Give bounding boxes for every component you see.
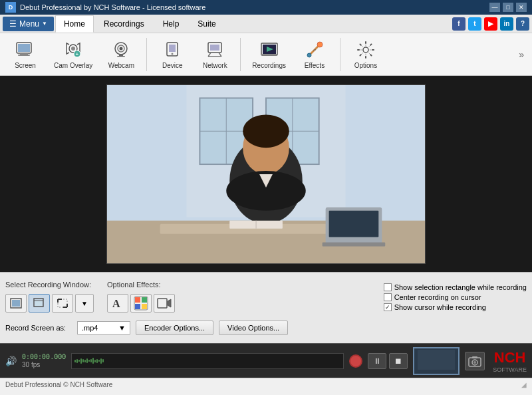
video-effect-button[interactable] xyxy=(154,294,175,313)
svg-rect-15 xyxy=(169,45,176,52)
svg-rect-63 xyxy=(418,350,455,370)
title-bar: D Debut Professional by NCH Software - L… xyxy=(0,0,532,15)
toolbar-cam-overlay[interactable]: + Cam Overlay xyxy=(48,36,98,72)
effects-label-ctrl: Optional Effects: xyxy=(107,281,175,289)
volume-icon[interactable]: 🔊 xyxy=(5,356,17,366)
svg-point-27 xyxy=(363,47,368,53)
svg-point-10 xyxy=(120,47,123,51)
status-text: Debut Professional © NCH Software xyxy=(5,381,112,388)
svg-point-40 xyxy=(243,114,289,148)
toolbar-network[interactable]: Network xyxy=(195,36,235,72)
playback-controls: ⏸ ⏹ xyxy=(368,353,408,369)
svg-text:A: A xyxy=(112,298,120,309)
title-bar-left: D Debut Professional by NCH Software - L… xyxy=(5,2,205,13)
waveform-bars xyxy=(72,354,343,368)
show-cursor-checkbox[interactable] xyxy=(384,303,392,311)
separator-1 xyxy=(146,38,147,71)
waveform-bar xyxy=(100,358,102,364)
nch-logo: NCH xyxy=(494,349,526,366)
youtube-icon[interactable]: ▶ xyxy=(484,17,497,31)
svg-rect-59 xyxy=(142,304,147,309)
resize-handle[interactable]: ◢ xyxy=(521,381,527,388)
waveform-bar xyxy=(80,358,82,364)
svg-line-17 xyxy=(208,53,211,57)
app-icon: D xyxy=(5,2,16,13)
encoder-options-button[interactable]: Encoder Options... xyxy=(136,321,213,335)
svg-rect-2 xyxy=(18,55,30,56)
menu-bar: ☰ Menu ▼ Home Recordings Help Suite f t … xyxy=(0,15,532,33)
minimize-button[interactable]: — xyxy=(489,3,500,12)
svg-rect-46 xyxy=(329,210,379,237)
checkbox-area: Show selection rectangle while recording… xyxy=(384,281,527,311)
toolbar-webcam[interactable]: Webcam xyxy=(101,36,141,72)
svg-rect-58 xyxy=(135,304,140,309)
svg-rect-51 xyxy=(35,301,42,306)
play-pause-button[interactable]: ⏸ xyxy=(368,353,386,369)
waveform-bar xyxy=(90,359,92,362)
status-bar: Debut Professional © NCH Software ◢ xyxy=(0,378,532,391)
svg-line-18 xyxy=(219,53,221,57)
waveform-bar xyxy=(98,360,100,362)
device-icon xyxy=(162,39,183,61)
toolbar-options[interactable]: Options xyxy=(346,36,386,72)
tab-recordings[interactable]: Recordings xyxy=(95,15,153,33)
linkedin-icon[interactable]: in xyxy=(500,17,513,31)
region-button[interactable] xyxy=(52,294,73,313)
toolbar-more[interactable]: » xyxy=(516,47,527,63)
selection-rect-label: Show selection rectangle while recording xyxy=(394,283,527,291)
maximize-button[interactable]: □ xyxy=(503,3,513,12)
separator-2 xyxy=(240,38,241,71)
record-button[interactable] xyxy=(349,354,362,368)
effects-group: Optional Effects: A xyxy=(107,281,175,313)
hamburger-icon: ☰ xyxy=(9,19,17,29)
screen-icon xyxy=(15,39,36,61)
svg-rect-49 xyxy=(12,300,20,307)
camera-snapshot-button[interactable] xyxy=(465,352,485,370)
tab-home[interactable]: Home xyxy=(55,15,94,33)
video-area xyxy=(0,76,532,272)
color-effect-button[interactable] xyxy=(130,294,152,313)
svg-text:+: + xyxy=(76,51,79,57)
menu-label: Menu xyxy=(19,19,39,29)
window-button[interactable] xyxy=(29,294,50,313)
window-title: Debut Professional by NCH Software - Lic… xyxy=(20,3,205,11)
tab-help[interactable]: Help xyxy=(154,15,188,33)
controls-area: Select Recording Window: ▼ xyxy=(0,272,532,343)
recording-window-group: Select Recording Window: ▼ xyxy=(5,281,94,313)
facebook-icon[interactable]: f xyxy=(452,17,466,31)
title-bar-controls: — □ ✕ xyxy=(489,3,527,12)
waveform-bar xyxy=(76,359,78,363)
text-effect-button[interactable]: A xyxy=(107,294,128,313)
toolbar-recordings[interactable]: Recordings xyxy=(246,36,292,72)
format-select[interactable]: .mp4 ▼ xyxy=(77,321,130,334)
svg-point-14 xyxy=(172,53,174,55)
toolbar-device[interactable]: Device xyxy=(152,36,192,72)
help-icon[interactable]: ? xyxy=(516,17,529,31)
menu-button[interactable]: ☰ Menu ▼ xyxy=(3,17,54,31)
center-cursor-checkbox[interactable] xyxy=(384,293,392,301)
tab-suite[interactable]: Suite xyxy=(189,15,224,33)
toolbar-screen[interactable]: Screen xyxy=(5,36,45,72)
network-label: Network xyxy=(203,62,227,69)
fullscreen-button[interactable] xyxy=(5,294,27,313)
waveform-bar xyxy=(88,360,90,362)
recording-dropdown-button[interactable]: ▼ xyxy=(75,294,94,313)
screen-label: Screen xyxy=(15,62,36,69)
selection-rect-checkbox[interactable] xyxy=(384,283,392,291)
recording-window-label: Select Recording Window: xyxy=(5,281,94,289)
video-preview xyxy=(106,84,426,264)
stop-button[interactable]: ⏹ xyxy=(389,353,408,369)
cam-overlay-icon: + xyxy=(63,39,84,61)
toolbar-effects[interactable]: Effects xyxy=(295,36,334,72)
svg-point-67 xyxy=(473,361,476,364)
twitter-icon[interactable]: t xyxy=(468,17,481,31)
close-button[interactable]: ✕ xyxy=(516,3,527,12)
svg-rect-56 xyxy=(135,297,140,303)
svg-rect-66 xyxy=(472,356,477,358)
waveform-bar xyxy=(92,358,94,364)
timeline: 🔊 0:00:00.000 30 fps ⏸ ⏹ xyxy=(0,343,532,378)
svg-rect-57 xyxy=(142,297,147,303)
video-options-button[interactable]: Video Options... xyxy=(219,321,288,335)
thumbnail-preview[interactable] xyxy=(413,347,460,375)
format-dropdown-icon: ▼ xyxy=(118,324,126,332)
